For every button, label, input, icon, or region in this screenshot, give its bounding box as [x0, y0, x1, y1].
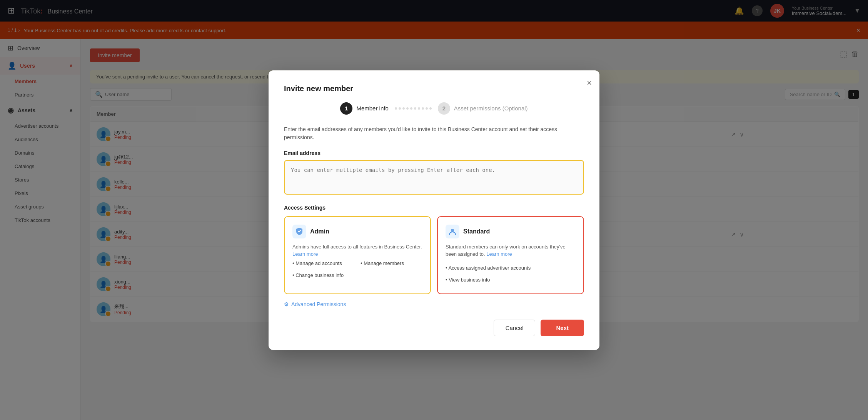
standard-feature-2: • View business info: [446, 277, 576, 283]
admin-feature-3: • Manage members: [361, 260, 422, 266]
admin-card-header: Admin: [292, 225, 422, 238]
standard-feature-1: • Access assigned advertiser accounts: [446, 265, 576, 271]
step2-label: Asset permissions (Optional): [454, 105, 528, 112]
standard-card-title: Standard: [463, 228, 490, 235]
modal-title: Invite new member: [284, 84, 584, 93]
modal-steps: 1 Member info 2 Asset permissions (Optio…: [284, 102, 584, 115]
modal-footer: Cancel Next: [284, 320, 584, 336]
step2-circle: 2: [438, 102, 450, 115]
admin-card-title: Admin: [310, 228, 329, 235]
step1-circle: 1: [340, 102, 352, 115]
standard-features: • Access assigned advertiser accounts • …: [446, 265, 576, 286]
admin-card[interactable]: Admin Admins have full access to all fea…: [284, 216, 431, 294]
standard-card-icon: [446, 225, 459, 238]
modal-close-button[interactable]: ×: [587, 78, 592, 88]
advanced-icon: ⚙: [284, 301, 289, 307]
modal-description: Enter the email addresses of any members…: [284, 125, 584, 142]
standard-card-header: Standard: [446, 225, 576, 238]
standard-card[interactable]: Standard Standard members can only work …: [437, 216, 584, 294]
admin-features: • Manage ad accounts • Change business i…: [292, 260, 422, 281]
standard-learn-more-link[interactable]: Learn more: [486, 251, 512, 257]
standard-card-desc: Standard members can only work on accoun…: [446, 243, 576, 258]
email-section-label: Email address: [284, 150, 584, 156]
advanced-permissions-link[interactable]: ⚙ Advanced Permissions: [284, 301, 584, 307]
admin-feature-2: • Change business info: [292, 272, 354, 278]
step-2: 2 Asset permissions (Optional): [438, 102, 528, 115]
email-input[interactable]: [284, 160, 584, 195]
access-cards: Admin Admins have full access to all fea…: [284, 216, 584, 294]
admin-feature-1: • Manage ad accounts: [292, 260, 354, 266]
svg-point-2: [451, 229, 454, 232]
admin-card-desc: Admins have full access to all features …: [292, 243, 422, 258]
step-1: 1 Member info: [340, 102, 388, 115]
step1-label: Member info: [356, 105, 388, 112]
admin-card-icon: [292, 225, 306, 238]
admin-learn-more-link[interactable]: Learn more: [292, 251, 318, 257]
invite-modal: × Invite new member 1 Member info 2 Asse…: [269, 70, 599, 350]
step-divider: [395, 107, 432, 110]
cancel-button[interactable]: Cancel: [494, 320, 536, 336]
access-settings-label: Access Settings: [284, 205, 584, 211]
next-button[interactable]: Next: [541, 320, 584, 336]
modal-overlay: × Invite new member 1 Member info 2 Asse…: [0, 0, 868, 420]
